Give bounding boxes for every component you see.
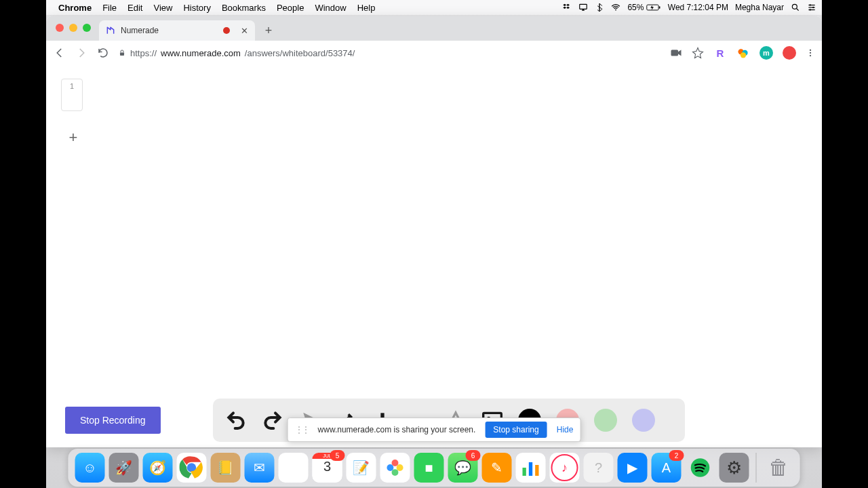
url-scheme: https:// <box>130 48 157 58</box>
svg-rect-30 <box>523 468 526 476</box>
bookmark-star-button[interactable] <box>692 47 704 59</box>
menu-bookmarks[interactable]: Bookmarks <box>222 3 266 13</box>
color-purple[interactable] <box>632 409 655 432</box>
dock-spotify[interactable] <box>686 453 715 483</box>
bluetooth-icon[interactable] <box>595 3 604 12</box>
menu-people[interactable]: People <box>277 3 304 13</box>
chrome-window: Numerade ✕ + https://www.numerade.com/an… <box>46 16 822 447</box>
user-name[interactable]: Megha Nayar <box>735 3 784 12</box>
mac-dock: ☺🚀🧭📒✉☑JUL35📝■💬6✎♪?▶A2⚙🗑 <box>68 449 800 487</box>
dock-separator <box>756 453 757 483</box>
dock-photos[interactable] <box>380 453 410 483</box>
tab-strip: Numerade ✕ + <box>46 16 822 41</box>
extension-honey[interactable] <box>736 46 750 60</box>
profile-avatar[interactable] <box>783 46 796 60</box>
dock-trash[interactable]: 🗑 <box>764 453 793 483</box>
dock-unknown[interactable]: ? <box>584 453 614 483</box>
dock-keynote[interactable]: ▶ <box>618 453 648 483</box>
svg-point-19 <box>810 55 811 56</box>
dock-mail[interactable]: ✉ <box>245 453 275 483</box>
undo-button[interactable] <box>225 409 247 431</box>
svg-line-5 <box>797 9 799 11</box>
dock-pages[interactable]: ✎ <box>482 453 512 483</box>
svg-rect-13 <box>671 50 679 56</box>
stop-recording-button[interactable]: Stop Recording <box>65 407 161 434</box>
battery-status[interactable]: 65% <box>627 3 660 12</box>
menu-file[interactable]: File <box>102 3 117 13</box>
dock-messages[interactable]: 💬6 <box>448 453 478 483</box>
lock-icon <box>118 49 126 57</box>
dock-safari[interactable]: 🧭 <box>143 453 173 483</box>
spotlight-icon[interactable] <box>791 3 800 12</box>
address-bar[interactable]: https://www.numerade.com/answers/whitebo… <box>118 48 662 58</box>
back-button[interactable] <box>53 46 66 60</box>
browser-tab[interactable]: Numerade ✕ <box>99 20 255 41</box>
redo-button[interactable] <box>262 409 283 431</box>
dropbox-icon[interactable] <box>562 3 572 12</box>
dock-badge: 6 <box>466 450 481 461</box>
dock-finder[interactable]: ☺ <box>75 453 105 483</box>
dock-numbers[interactable] <box>516 453 546 483</box>
menu-help[interactable]: Help <box>357 3 376 13</box>
numerade-favicon-icon <box>106 26 115 35</box>
svg-point-9 <box>810 4 811 5</box>
dock-badge: 2 <box>669 450 684 461</box>
svg-point-4 <box>792 4 797 9</box>
svg-rect-0 <box>580 4 587 9</box>
dock-notes[interactable]: 📝 <box>347 453 376 483</box>
menu-view[interactable]: View <box>153 3 172 13</box>
svg-rect-32 <box>535 465 538 476</box>
svg-point-17 <box>810 49 811 51</box>
add-slide-button[interactable]: + <box>66 131 80 145</box>
dock-badge: 5 <box>330 450 345 461</box>
slide-thumbnail[interactable]: 1 <box>61 79 83 111</box>
svg-rect-12 <box>120 53 124 56</box>
dock-contacts[interactable]: 📒 <box>211 453 241 483</box>
reload-button[interactable] <box>96 46 110 60</box>
dock-appstore[interactable]: A2 <box>652 453 682 483</box>
browser-toolbar: https://www.numerade.com/answers/whitebo… <box>46 41 822 66</box>
extension-r[interactable]: R <box>713 46 727 60</box>
color-green[interactable] <box>594 409 617 432</box>
minimize-window-button[interactable] <box>69 24 77 32</box>
drag-grip-icon[interactable]: ⋮⋮ <box>295 425 309 434</box>
dock-launchpad[interactable]: 🚀 <box>109 453 139 483</box>
hide-sharebar-button[interactable]: Hide <box>557 425 574 434</box>
svg-point-28 <box>392 469 399 476</box>
dock-facetime[interactable]: ■ <box>414 453 444 483</box>
new-tab-button[interactable]: + <box>260 22 277 39</box>
app-menu[interactable]: Chrome <box>58 3 92 13</box>
svg-point-26 <box>392 460 399 466</box>
menu-window[interactable]: Window <box>315 3 346 13</box>
svg-rect-3 <box>659 6 660 8</box>
camera-indicator-icon[interactable] <box>670 48 682 58</box>
stop-sharing-button[interactable]: Stop sharing <box>485 422 547 438</box>
dock-itunes[interactable]: ♪ <box>550 453 580 483</box>
letterbox-left <box>0 0 46 488</box>
control-center-icon[interactable] <box>807 3 816 12</box>
dock-calendar[interactable]: JUL35 <box>313 453 342 483</box>
url-path: /answers/whiteboard/53374/ <box>245 48 355 58</box>
menu-edit[interactable]: Edit <box>127 3 142 13</box>
close-window-button[interactable] <box>56 24 64 32</box>
share-text: www.numerade.com is sharing your screen. <box>318 425 476 434</box>
close-tab-button[interactable]: ✕ <box>241 26 248 36</box>
extension-m[interactable]: m <box>760 46 773 60</box>
chrome-menu-button[interactable] <box>806 47 815 59</box>
clock[interactable]: Wed 7:12:04 PM <box>668 3 728 12</box>
dock-chrome[interactable] <box>177 453 207 483</box>
svg-rect-31 <box>529 462 532 476</box>
wifi-icon[interactable] <box>611 3 620 12</box>
svg-point-16 <box>741 52 746 58</box>
dock-settings[interactable]: ⚙ <box>719 453 749 483</box>
svg-point-27 <box>397 464 403 471</box>
svg-point-11 <box>810 9 811 10</box>
forward-button[interactable] <box>75 46 88 60</box>
svg-point-1 <box>616 9 617 11</box>
airplay-icon[interactable] <box>578 3 588 12</box>
dock-reminders[interactable]: ☑ <box>279 453 309 483</box>
svg-point-29 <box>387 464 393 471</box>
maximize-window-button[interactable] <box>83 24 91 32</box>
menu-history[interactable]: History <box>183 3 210 13</box>
tab-title: Numerade <box>121 26 159 35</box>
